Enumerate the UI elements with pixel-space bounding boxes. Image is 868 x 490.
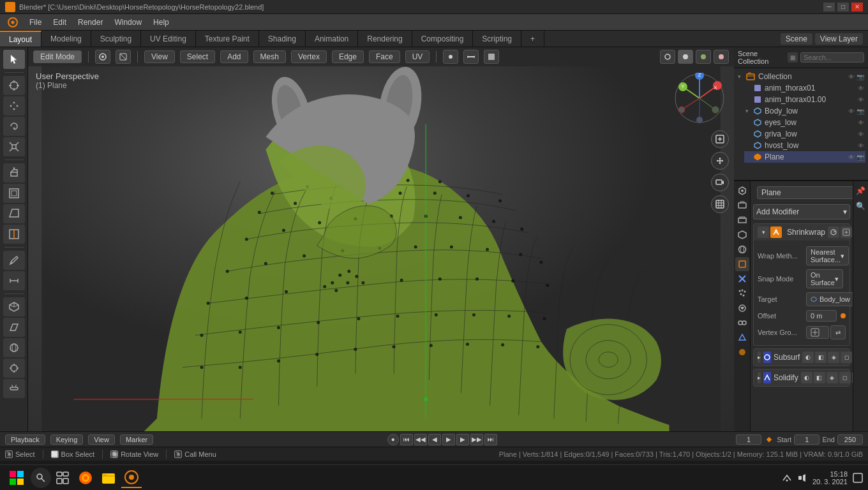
loop-cut-tool[interactable] <box>3 225 25 244</box>
mod3-expand-btn[interactable]: ▸ <box>758 372 761 383</box>
select-menu[interactable]: Select <box>180 50 215 63</box>
nav-gizmo[interactable]: X Y Z <box>674 73 725 124</box>
move-tool[interactable] <box>3 96 25 115</box>
tab-uv-editing[interactable]: UV Editing <box>141 31 196 47</box>
tab-shading[interactable]: Shading <box>259 31 306 47</box>
griva-low-vis-icon[interactable]: 👁 <box>858 131 864 138</box>
measure-tool[interactable] <box>3 271 25 290</box>
uv-menu[interactable]: UV <box>405 50 430 63</box>
hvost-low-vis-icon[interactable]: 👁 <box>858 142 864 149</box>
scene-selector[interactable]: Scene <box>781 33 812 45</box>
tab-layout[interactable]: Layout <box>0 31 41 47</box>
plane-vis-icon[interactable]: 👁 <box>848 154 855 161</box>
grid-view-btn[interactable] <box>711 195 729 213</box>
output-props-icon[interactable] <box>735 198 749 212</box>
outliner-item-eyes-low[interactable]: eyes_low 👁 <box>744 117 865 128</box>
prev-keyframe-btn[interactable]: ◀ <box>428 434 441 445</box>
vertex-menu[interactable]: Vertex <box>291 50 327 63</box>
current-frame[interactable]: 1 <box>736 434 761 445</box>
next-keyframe-btn[interactable]: ▶ <box>456 434 469 445</box>
outliner-item-plane[interactable]: Plane 👁 📷 <box>744 151 865 163</box>
taskbar-explorer-icon[interactable] <box>98 468 119 488</box>
menu-help[interactable]: Help <box>148 17 174 28</box>
eyes-low-vis-icon[interactable]: 👁 <box>858 119 864 126</box>
taskbar-firefox-icon[interactable] <box>75 468 96 488</box>
camera-view-btn[interactable] <box>711 174 729 191</box>
pan-view-btn[interactable] <box>711 152 729 170</box>
skip-start-btn[interactable]: ⏮ <box>400 434 413 445</box>
mod2-render-btn[interactable]: ◻ <box>841 352 852 363</box>
mod3-edit-btn[interactable]: ◧ <box>814 372 825 383</box>
select-tool-btn[interactable] <box>3 50 25 69</box>
physics-props-icon[interactable] <box>735 301 749 315</box>
mod3-cage-btn[interactable]: ◈ <box>827 372 838 383</box>
material-props-icon[interactable] <box>735 345 749 359</box>
mod-expand-btn[interactable]: ▾ <box>758 226 769 238</box>
cursor-tool[interactable] <box>3 76 25 95</box>
scale-tool[interactable] <box>3 137 25 156</box>
edge-select-btn[interactable] <box>463 50 479 64</box>
modifier-props-icon[interactable] <box>735 272 749 286</box>
collection-render-icon[interactable]: 📷 <box>857 73 864 80</box>
prev-frame-btn[interactable]: ◀◀ <box>414 434 427 445</box>
outliner-item-anim-thorax01[interactable]: anim_thorax01 👁 <box>744 82 865 94</box>
mesh-menu[interactable]: Mesh <box>253 50 286 63</box>
timeline-keying-btn[interactable]: Keying <box>50 434 84 445</box>
add-modifier-btn[interactable]: Add Modifier ▾ <box>753 204 850 219</box>
tab-modeling[interactable]: Modeling <box>41 31 91 47</box>
solid-shading-btn[interactable] <box>678 50 693 64</box>
snap-mode-selector[interactable]: On Surface ▾ <box>806 269 843 288</box>
outliner-search[interactable] <box>800 52 864 63</box>
tab-scripting[interactable]: Scripting <box>473 31 521 47</box>
face-select-btn[interactable] <box>484 50 499 64</box>
wireframe-shading-btn[interactable] <box>660 50 675 64</box>
start-frame[interactable]: 1 <box>794 434 819 445</box>
xray-btn[interactable] <box>116 50 131 64</box>
close-button[interactable]: ✕ <box>851 3 863 11</box>
skip-end-btn[interactable]: ⏭ <box>484 434 497 445</box>
add-menu[interactable]: Add <box>220 50 248 63</box>
menu-window[interactable]: Window <box>109 17 147 28</box>
taskbar-task-view-btn[interactable] <box>52 468 73 488</box>
viewport-overlay-btn[interactable] <box>95 50 110 64</box>
vertex-group-swap-btn[interactable]: ⇄ <box>830 325 846 339</box>
body-low-vis-icon[interactable]: 👁 <box>848 108 855 115</box>
inset-tool[interactable] <box>3 184 25 203</box>
wrap-method-selector[interactable]: Nearest Surface... ▾ <box>806 246 849 265</box>
taskbar-blender-icon[interactable] <box>121 468 142 488</box>
timeline-view-btn[interactable]: View <box>88 434 115 445</box>
rendered-shading-btn[interactable] <box>714 50 729 64</box>
mod-realtime-btn[interactable] <box>828 226 839 238</box>
shrink-fatten-tool[interactable] <box>3 359 25 378</box>
end-frame[interactable]: 250 <box>837 434 863 445</box>
tab-texture-paint[interactable]: Texture Paint <box>196 31 259 47</box>
mod2-expand-btn[interactable]: ▸ <box>758 352 761 363</box>
anim-thorax01-vis-icon[interactable]: 👁 <box>858 85 864 92</box>
tab-animation[interactable]: Animation <box>306 31 358 47</box>
annotate-tool[interactable] <box>3 251 25 270</box>
tab-sculpting[interactable]: Sculpting <box>91 31 141 47</box>
material-shading-btn[interactable] <box>696 50 711 64</box>
plane-render-icon[interactable]: 📷 <box>857 154 864 161</box>
push-pull-tool[interactable] <box>3 379 25 398</box>
mod2-edit-btn[interactable]: ◧ <box>815 352 827 363</box>
render-props-icon[interactable] <box>735 184 749 198</box>
body-low-render-icon[interactable]: 📷 <box>857 108 864 115</box>
view-menu[interactable]: View <box>144 50 175 63</box>
play-pause-btn[interactable]: ● <box>387 434 399 445</box>
object-props-icon[interactable] <box>735 257 749 271</box>
scene-collection-header[interactable]: ▾ Collection 👁 📷 <box>737 71 865 82</box>
shear-tool[interactable] <box>3 318 25 337</box>
outliner-filter-btn[interactable]: ⊞ <box>788 52 798 63</box>
extrude-tool[interactable] <box>3 163 25 182</box>
mod3-rt-btn[interactable]: ◐ <box>801 372 812 383</box>
tab-rendering[interactable]: Rendering <box>358 31 412 47</box>
view-layer-props-icon[interactable] <box>735 213 749 227</box>
outliner-item-anim-thorax01-00[interactable]: anim_thorax01.00 👁 <box>744 94 865 105</box>
view-layer-selector[interactable]: View Layer <box>815 33 863 45</box>
zoom-to-selection-btn[interactable] <box>711 130 729 148</box>
vertex-group-selector[interactable] <box>806 326 829 339</box>
add-cube-tool[interactable] <box>3 297 25 316</box>
outliner-item-body-low[interactable]: ▾ Body_low 👁 📷 <box>744 105 865 117</box>
particles-props-icon[interactable] <box>735 286 749 301</box>
